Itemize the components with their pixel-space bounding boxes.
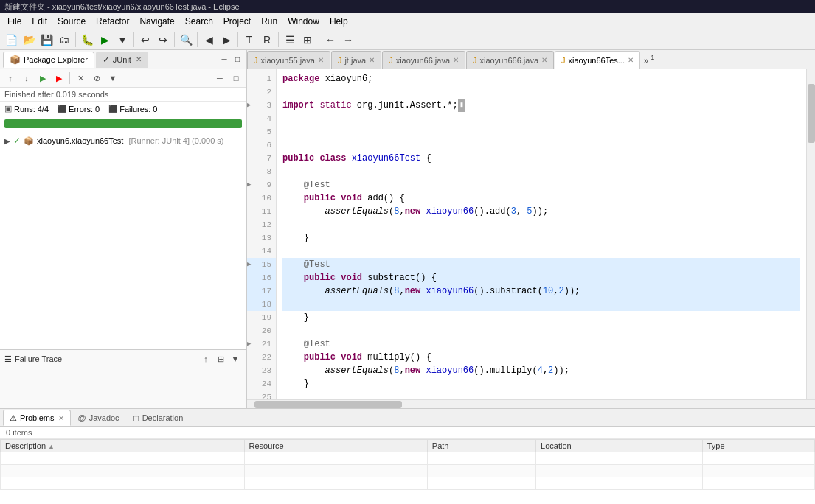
- perspective-btn1[interactable]: ☰: [282, 32, 298, 48]
- h-scrollbar[interactable]: [247, 399, 815, 408]
- empty-row-2: [1, 465, 815, 477]
- empty-cell: [702, 452, 814, 465]
- editor-content: 1 2 ▶3 4 5 6 7 8 ▶9 10 11 12 13 14 ▶15 1…: [247, 69, 815, 399]
- redo-button[interactable]: ↪: [155, 32, 171, 48]
- problems-table[interactable]: Description ▲ Resource Path Location Typ…: [0, 439, 815, 504]
- junit-history[interactable]: ▼: [105, 71, 120, 85]
- code-line-13: }: [282, 231, 800, 245]
- code-line-21: @Test: [282, 337, 800, 351]
- tab-problems[interactable]: ⚠ Problems ✕: [3, 410, 71, 426]
- toolbar-sep-7: [319, 32, 319, 47]
- editor-tab-xiaoyun66test[interactable]: J xiaoyun66Tes... ✕: [555, 51, 640, 69]
- menu-window[interactable]: Window: [283, 15, 324, 28]
- ft-btn2[interactable]: ⊞: [214, 352, 227, 365]
- menu-project[interactable]: Project: [219, 15, 255, 28]
- runs-stat: ▣ Runs: 4/4: [4, 104, 49, 113]
- back-nav[interactable]: ←: [322, 32, 339, 48]
- junit-show-only-failures[interactable]: ⊘: [89, 71, 104, 85]
- tab-close-xiaoyun66[interactable]: ✕: [453, 56, 459, 64]
- tab-declaration[interactable]: ◻ Declaration: [126, 410, 190, 426]
- line-11: 11: [247, 205, 276, 218]
- scrollbar-thumb[interactable]: [808, 84, 815, 143]
- open-type-button[interactable]: T: [241, 32, 257, 48]
- new-button[interactable]: 📄: [3, 32, 19, 48]
- menu-help[interactable]: Help: [325, 15, 353, 28]
- menu-navigate[interactable]: Navigate: [135, 15, 178, 28]
- tab-javadoc[interactable]: @ Javadoc: [71, 410, 125, 426]
- tab-overflow-indicator[interactable]: » 1: [641, 52, 657, 67]
- code-line-19: }: [282, 311, 800, 324]
- tab-close-xiaoyun66test[interactable]: ✕: [628, 56, 634, 64]
- menu-file[interactable]: File: [3, 15, 26, 28]
- tab-icon-xiaoyun66test: J: [561, 56, 566, 65]
- tab-junit[interactable]: ✓ JUnit ✕: [96, 52, 148, 68]
- problems-tab-close[interactable]: ✕: [58, 414, 64, 422]
- col-location[interactable]: Location: [536, 440, 703, 452]
- ft-btn1[interactable]: ↑: [199, 352, 212, 365]
- search-btn[interactable]: 🔍: [178, 32, 194, 48]
- junit-scroll-up[interactable]: ↑: [3, 71, 18, 85]
- junit-scroll-down[interactable]: ↓: [19, 71, 34, 85]
- menu-search[interactable]: Search: [181, 15, 218, 28]
- junit-rerun[interactable]: ▶: [35, 71, 50, 85]
- junit-rerun-failed[interactable]: ▶: [52, 71, 66, 85]
- junit-show-failures[interactable]: ✕: [73, 71, 88, 85]
- junit-minimize[interactable]: ─: [212, 71, 227, 85]
- run-button[interactable]: ▶: [97, 32, 113, 48]
- line-23: 23: [247, 364, 276, 377]
- col-path[interactable]: Path: [427, 440, 535, 452]
- minimize-left-btn[interactable]: ─: [218, 54, 230, 66]
- undo-button[interactable]: ↩: [137, 32, 153, 48]
- run-config-button[interactable]: ▼: [114, 32, 131, 48]
- toolbar: 📄 📂 💾 🗂 🐛 ▶ ▼ ↩ ↪ 🔍 ◀ ▶ T R ☰ ⊞ ← →: [0, 29, 815, 50]
- col-type[interactable]: Type: [702, 440, 814, 452]
- line-17: 17: [247, 284, 276, 298]
- junit-tree[interactable]: ▶ ✓ 📦 xiaoyun6.xiaoyun66Test [Runner: JU…: [0, 131, 246, 349]
- editor-tab-xiaoyun66[interactable]: J xiaoyun66.java ✕: [382, 51, 465, 69]
- menu-edit[interactable]: Edit: [27, 15, 52, 28]
- editor-tab-xiaoyun55[interactable]: J xiaoyun55.java ✕: [247, 51, 330, 69]
- maximize-left-btn[interactable]: □: [232, 54, 243, 66]
- menu-source[interactable]: Source: [53, 15, 90, 28]
- editor-scrollbar[interactable]: [806, 69, 815, 399]
- code-line-12: [282, 218, 800, 231]
- toolbar-sep-5: [237, 32, 238, 47]
- errors-stat: ⬛ Errors: 0: [58, 105, 100, 113]
- code-line-9: @Test: [282, 178, 800, 192]
- declaration-label: Declaration: [142, 413, 184, 422]
- h-scrollbar-thumb[interactable]: [254, 401, 402, 408]
- debug-button[interactable]: 🐛: [79, 32, 95, 48]
- tab-close-jt[interactable]: ✕: [369, 56, 375, 64]
- failure-trace-label: Failure Trace: [15, 354, 62, 363]
- menu-refactor[interactable]: Refactor: [91, 15, 133, 28]
- tab-close-xiaoyun666[interactable]: ✕: [541, 56, 547, 64]
- prev-button[interactable]: ◀: [201, 32, 217, 48]
- save-all-button[interactable]: 🗂: [56, 32, 72, 48]
- menu-run[interactable]: Run: [257, 15, 282, 28]
- tab-package-explorer[interactable]: 📦 Package Explorer: [3, 52, 94, 68]
- code-line-15: @Test: [282, 258, 800, 271]
- tab-close-xiaoyun55[interactable]: ✕: [318, 56, 324, 64]
- junit-tab-close[interactable]: ✕: [136, 55, 142, 63]
- problems-label: Problems: [20, 413, 54, 422]
- editor-tab-jt[interactable]: J jt.java ✕: [331, 51, 381, 69]
- col-description[interactable]: Description ▲: [1, 440, 245, 452]
- save-button[interactable]: 💾: [38, 32, 55, 48]
- perspective-btn2[interactable]: ⊞: [299, 32, 316, 48]
- open-button[interactable]: 📂: [21, 32, 37, 48]
- next-button[interactable]: ▶: [218, 32, 235, 48]
- editor-tab-xiaoyun666[interactable]: J xiaoyun666.java ✕: [466, 51, 554, 69]
- fwd-nav[interactable]: →: [340, 32, 356, 48]
- ft-btn3[interactable]: ▼: [229, 352, 242, 365]
- code-line-16: public void substract() {: [282, 271, 800, 284]
- code-line-8: [282, 165, 800, 178]
- junit-tree-item[interactable]: ▶ ✓ 📦 xiaoyun6.xiaoyun66Test [Runner: JU…: [0, 134, 246, 147]
- menu-icon: ☰: [4, 354, 12, 364]
- junit-maximize[interactable]: □: [229, 71, 243, 85]
- tab-label-xiaoyun66: xiaoyun66.java: [396, 56, 450, 65]
- line-2: 2: [247, 85, 276, 99]
- open-resource-button[interactable]: R: [259, 32, 275, 48]
- code-area[interactable]: package xiaoyun6; import static org.juni…: [277, 69, 806, 399]
- item-count: 0 items: [6, 428, 32, 437]
- col-resource[interactable]: Resource: [244, 440, 427, 452]
